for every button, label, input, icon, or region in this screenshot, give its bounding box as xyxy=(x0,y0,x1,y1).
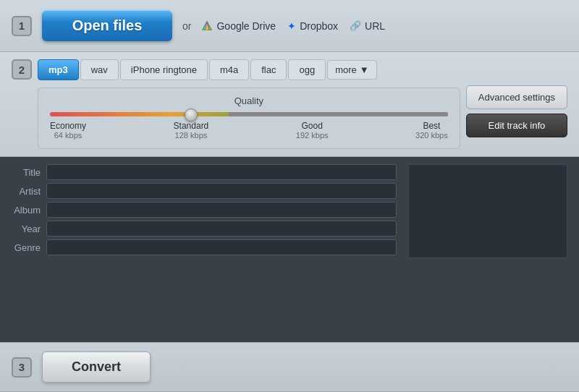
field-input-genre[interactable] xyxy=(46,239,397,255)
advanced-settings-button[interactable]: Advanced settings xyxy=(466,85,567,109)
tabs-and-quality: mp3 wav iPhone ringtone m4a flac ogg mor… xyxy=(38,59,460,149)
marker-standard: Standard 128 kbps xyxy=(174,121,209,140)
tab-ogg[interactable]: ogg xyxy=(288,59,326,80)
marker-economy-kbps: 64 kbps xyxy=(50,131,86,140)
tab-mp3[interactable]: mp3 xyxy=(38,59,79,80)
field-row-year: Year xyxy=(12,221,397,237)
step-number-2: 2 xyxy=(12,59,32,80)
url-label: URL xyxy=(365,20,385,32)
link-icon: 🔗 xyxy=(350,20,361,31)
dropbox-label: Dropbox xyxy=(300,20,338,32)
field-row-album: Album xyxy=(12,202,397,218)
google-drive-label: Google Drive xyxy=(216,20,276,32)
field-label-genre: Genre xyxy=(12,242,41,253)
more-label: more xyxy=(335,64,357,75)
section2-inner: 2 mp3 wav iPhone ringtone m4a flac ogg m… xyxy=(12,59,567,149)
field-label-album: Album xyxy=(12,205,41,216)
field-input-artist[interactable] xyxy=(46,183,397,199)
side-buttons: Advanced settings Edit track info xyxy=(466,59,567,137)
field-input-title[interactable] xyxy=(46,164,397,180)
url-link[interactable]: 🔗 URL xyxy=(350,20,385,32)
step-number-3: 3 xyxy=(12,357,32,378)
field-input-year[interactable] xyxy=(46,221,397,237)
marker-best-kbps: 320 kbps xyxy=(415,131,448,140)
format-tabs: mp3 wav iPhone ringtone m4a flac ogg mor… xyxy=(38,59,460,80)
cloud-links: Google Drive ✦ Dropbox 🔗 URL xyxy=(201,20,385,32)
step-number-1: 1 xyxy=(12,16,32,36)
tab-iphone-ringtone[interactable]: iPhone ringtone xyxy=(120,59,208,80)
google-drive-icon xyxy=(201,20,213,32)
google-drive-link[interactable]: Google Drive xyxy=(201,20,276,32)
field-label-artist: Artist xyxy=(12,186,41,197)
marker-economy-name: Economy xyxy=(50,121,86,131)
marker-best: Best 320 kbps xyxy=(415,121,448,140)
field-row-artist: Artist xyxy=(12,183,397,199)
tab-m4a[interactable]: m4a xyxy=(209,59,249,80)
marker-good-name: Good xyxy=(296,121,329,131)
edit-track-info-button[interactable]: Edit track info xyxy=(466,114,567,137)
dropbox-icon: ✦ xyxy=(287,20,296,32)
tab-wav[interactable]: wav xyxy=(80,59,119,80)
marker-standard-kbps: 128 kbps xyxy=(174,131,209,140)
marker-good: Good 192 kbps xyxy=(296,121,329,140)
marker-best-name: Best xyxy=(415,121,448,131)
convert-button[interactable]: Convert xyxy=(42,351,151,383)
field-row-genre: Genre xyxy=(12,239,397,255)
chevron-down-icon: ▼ xyxy=(360,64,369,75)
quality-section: Quality Economy 64 kbps Standard 128 kbp… xyxy=(38,88,460,149)
tab-more[interactable]: more ▼ xyxy=(327,60,377,80)
quality-markers: Economy 64 kbps Standard 128 kbps Good 1… xyxy=(50,121,448,140)
field-input-album[interactable] xyxy=(46,202,397,218)
dropbox-link[interactable]: ✦ Dropbox xyxy=(287,20,338,32)
marker-standard-name: Standard xyxy=(174,121,209,131)
track-info-section: Title Artist Album Year Genre xyxy=(0,157,579,342)
quality-slider[interactable] xyxy=(50,108,448,122)
section-3: 3 Convert xyxy=(0,342,579,392)
section-2: 2 mp3 wav iPhone ringtone m4a flac ogg m… xyxy=(0,52,579,157)
slider-container xyxy=(50,112,448,116)
open-files-button[interactable]: Open files xyxy=(42,10,172,41)
track-fields: Title Artist Album Year Genre xyxy=(12,164,397,335)
or-text: or xyxy=(182,20,191,32)
quality-label: Quality xyxy=(50,95,448,106)
field-label-year: Year xyxy=(12,223,41,234)
field-label-title: Title xyxy=(12,167,41,178)
marker-good-kbps: 192 kbps xyxy=(296,131,329,140)
album-art-box xyxy=(408,164,567,258)
section-1: 1 Open files or Google Drive ✦ Dropbox 🔗… xyxy=(0,0,579,52)
marker-economy: Economy 64 kbps xyxy=(50,121,86,140)
tab-flac[interactable]: flac xyxy=(250,59,287,80)
field-row-title: Title xyxy=(12,164,397,180)
